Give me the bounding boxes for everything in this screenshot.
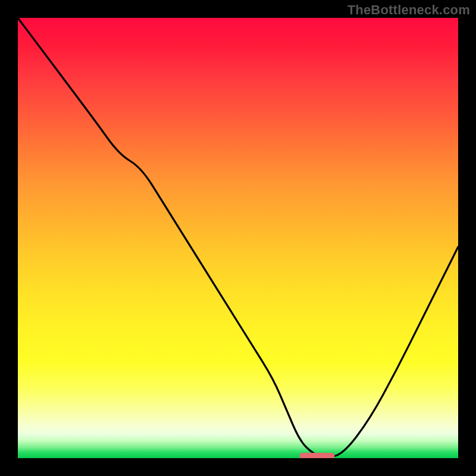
bottleneck-curve — [18, 18, 458, 458]
chart-frame: TheBottleneck.com — [0, 0, 476, 476]
watermark-text: TheBottleneck.com — [347, 2, 470, 18]
optimum-marker — [300, 453, 335, 458]
plot-area — [18, 18, 458, 458]
curve-path — [18, 18, 458, 457]
